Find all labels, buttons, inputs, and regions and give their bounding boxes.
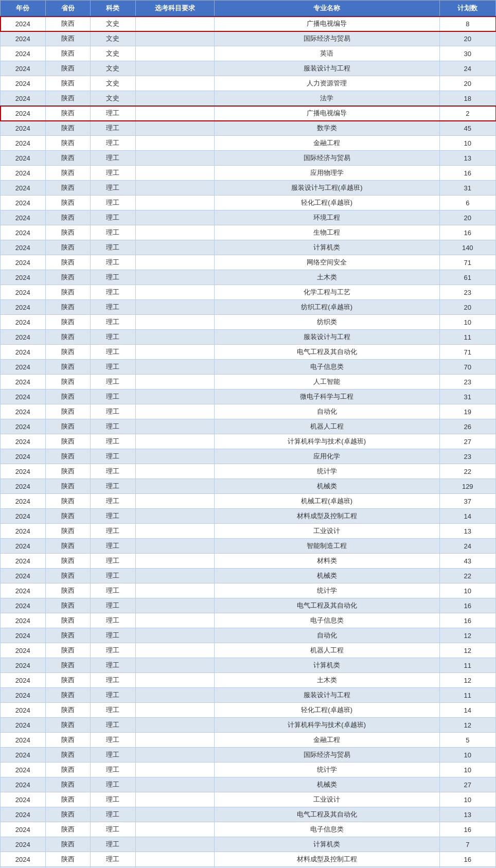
table-cell: 2024	[1, 464, 46, 479]
table-cell: 2024	[1, 389, 46, 404]
table-cell: 陕西	[45, 345, 91, 360]
table-cell: 服装设计与工程	[214, 330, 439, 345]
table-cell: 电子信息类	[214, 360, 439, 375]
table-cell: 2024	[1, 151, 46, 166]
table-cell: 计算机类	[214, 658, 439, 673]
table-cell: 自动化	[214, 404, 439, 419]
table-cell	[135, 285, 214, 300]
table-row: 2024陕西理工纺织工程(卓越班)20	[1, 300, 496, 315]
table-row: 2024陕西理工国际经济与贸易13	[1, 151, 496, 166]
table-cell: 理工	[91, 718, 136, 733]
table-row: 2024陕西理工电气工程及其自动化13	[1, 807, 496, 822]
table-cell: 理工	[91, 673, 136, 688]
table-cell	[135, 852, 214, 867]
table-cell: 统计学	[214, 763, 439, 777]
table-cell: 2024	[1, 16, 46, 31]
table-cell: 2024	[1, 449, 46, 464]
table-cell	[135, 479, 214, 494]
table-cell: 陕西	[45, 315, 91, 330]
table-cell: 10	[439, 136, 495, 151]
table-cell: 陕西	[45, 807, 91, 822]
table-cell: 理工	[91, 643, 136, 658]
table-cell: 陕西	[45, 136, 91, 151]
table-cell	[135, 345, 214, 360]
table-cell	[135, 792, 214, 807]
table-cell: 陕西	[45, 196, 91, 210]
table-cell: 理工	[91, 389, 136, 404]
table-cell: 陕西	[45, 733, 91, 748]
table-cell: 材料成型及控制工程	[214, 509, 439, 524]
table-cell: 140	[439, 240, 495, 255]
table-cell: 国际经济与贸易	[214, 748, 439, 763]
table-cell: 自动化	[214, 628, 439, 643]
table-cell	[135, 300, 214, 315]
table-cell: 陕西	[45, 822, 91, 837]
table-cell: 陕西	[45, 404, 91, 419]
table-cell	[135, 449, 214, 464]
table-cell: 理工	[91, 524, 136, 539]
table-cell: 国际经济与贸易	[214, 151, 439, 166]
table-cell: 应用化学	[214, 449, 439, 464]
table-cell: 陕西	[45, 76, 91, 91]
table-cell: 理工	[91, 628, 136, 643]
table-cell: 电子信息类	[214, 613, 439, 628]
table-row: 2024陕西文史广播电视编导8	[1, 16, 496, 31]
table-cell: 陕西	[45, 91, 91, 106]
table-row: 2024陕西理工机械类22	[1, 569, 496, 583]
table-cell	[135, 419, 214, 434]
header-major: 专业名称	[214, 1, 439, 16]
table-cell: 陕西	[45, 255, 91, 270]
table-cell	[135, 121, 214, 136]
table-cell: 2024	[1, 554, 46, 569]
table-cell: 陕西	[45, 166, 91, 181]
table-cell: 电气工程及其自动化	[214, 807, 439, 822]
table-cell: 16	[439, 225, 495, 240]
table-row: 2024陕西理工服装设计与工程11	[1, 688, 496, 703]
table-cell: 英语	[214, 46, 439, 61]
table-cell: 11	[439, 658, 495, 673]
table-cell: 陕西	[45, 181, 91, 196]
table-cell: 2024	[1, 569, 46, 583]
table-cell: 应用物理学	[214, 166, 439, 181]
table-cell: 理工	[91, 255, 136, 270]
table-row: 2024陕西理工土木类12	[1, 673, 496, 688]
table-row: 2024陕西理工国际经济与贸易10	[1, 748, 496, 763]
table-cell: 2024	[1, 76, 46, 91]
table-cell: 理工	[91, 285, 136, 300]
table-cell: 2024	[1, 255, 46, 270]
table-cell: 2024	[1, 733, 46, 748]
table-cell: 2024	[1, 225, 46, 240]
table-cell: 计算机科学与技术(卓越班)	[214, 434, 439, 449]
table-cell: 2024	[1, 181, 46, 196]
table-row: 2024陕西理工计算机类11	[1, 658, 496, 673]
header-year: 年份	[1, 1, 46, 16]
table-cell: 20	[439, 210, 495, 225]
table-cell: 2024	[1, 524, 46, 539]
table-cell	[135, 46, 214, 61]
table-cell: 陕西	[45, 554, 91, 569]
table-cell: 文史	[91, 91, 136, 106]
table-cell	[135, 748, 214, 763]
table-cell: 45	[439, 121, 495, 136]
table-cell: 12	[439, 718, 495, 733]
table-row: 2024陕西理工服装设计与工程11	[1, 330, 496, 345]
table-cell: 14	[439, 509, 495, 524]
table-cell: 理工	[91, 822, 136, 837]
table-cell: 理工	[91, 240, 136, 255]
table-cell	[135, 837, 214, 852]
table-cell	[135, 404, 214, 419]
table-cell	[135, 703, 214, 718]
table-cell: 2024	[1, 837, 46, 852]
table-cell: 129	[439, 479, 495, 494]
table-cell	[135, 464, 214, 479]
table-row: 2024陕西理工统计学10	[1, 763, 496, 777]
table-cell: 理工	[91, 449, 136, 464]
table-cell: 2024	[1, 688, 46, 703]
table-cell: 计算机科学与技术(卓越班)	[214, 718, 439, 733]
table-row: 2024陕西理工电子信息类16	[1, 613, 496, 628]
table-cell: 广播电视编导	[214, 16, 439, 31]
table-cell: 服装设计与工程	[214, 688, 439, 703]
table-cell: 2024	[1, 673, 46, 688]
table-cell: 陕西	[45, 419, 91, 434]
table-cell: 理工	[91, 733, 136, 748]
